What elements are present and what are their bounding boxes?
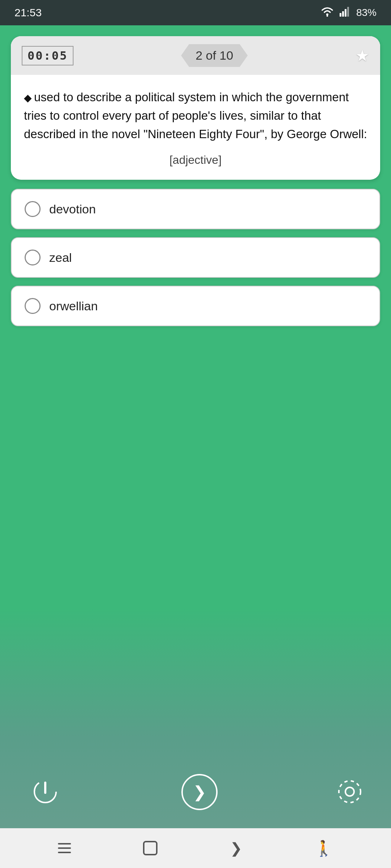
radio-orwellian	[25, 298, 41, 314]
settings-button[interactable]	[337, 779, 362, 805]
option-label-orwellian: orwellian	[49, 299, 98, 313]
recents-icon	[58, 843, 71, 853]
svg-point-8	[339, 781, 361, 803]
battery-display: 83%	[356, 7, 377, 18]
nav-back[interactable]: ❮	[230, 840, 242, 856]
back-icon: ❮	[230, 840, 242, 856]
next-button[interactable]: ❯	[181, 774, 218, 810]
nav-home[interactable]	[143, 841, 157, 855]
star-button[interactable]: ★	[355, 46, 369, 65]
word-type-label: [adjective]	[24, 153, 367, 167]
bottom-controls: ❯	[0, 763, 391, 828]
power-button[interactable]	[29, 775, 62, 809]
status-icons: 83%	[321, 7, 377, 19]
options-container: devotion zeal orwellian	[11, 189, 380, 326]
svg-rect-4	[347, 7, 349, 17]
svg-rect-2	[342, 11, 344, 17]
progress-badge: 2 of 10	[181, 44, 248, 67]
signal-icon	[340, 7, 350, 19]
wifi-icon	[321, 7, 334, 19]
card-body: ◆used to describe a political system in …	[11, 75, 380, 180]
option-label-zeal: zeal	[49, 251, 72, 265]
nav-recents[interactable]	[58, 843, 71, 853]
svg-point-7	[345, 787, 354, 796]
option-zeal[interactable]: zeal	[11, 237, 380, 278]
option-orwellian[interactable]: orwellian	[11, 286, 380, 326]
next-arrow-icon: ❯	[193, 784, 206, 800]
main-content: 00:05 2 of 10 ★ ◆used to describe a poli…	[0, 25, 391, 763]
time-display: 21:53	[14, 7, 42, 19]
question-definition: ◆used to describe a political system in …	[24, 88, 367, 143]
card-header: 00:05 2 of 10 ★	[11, 36, 380, 75]
question-card: 00:05 2 of 10 ★ ◆used to describe a poli…	[11, 36, 380, 180]
status-bar: 21:53 83%	[0, 0, 391, 25]
timer-display: 00:05	[22, 46, 73, 65]
android-nav-bar: ❮ 🚶	[0, 828, 391, 868]
option-devotion[interactable]: devotion	[11, 189, 380, 229]
radio-devotion	[25, 201, 41, 217]
radio-zeal	[25, 250, 41, 265]
svg-rect-1	[340, 13, 341, 17]
diamond-icon: ◆	[24, 92, 32, 103]
svg-rect-3	[345, 9, 346, 17]
svg-point-0	[326, 13, 328, 16]
option-label-devotion: devotion	[49, 202, 96, 216]
home-icon	[143, 841, 157, 855]
accessibility-icon: 🚶	[314, 839, 333, 857]
nav-accessibility[interactable]: 🚶	[314, 839, 333, 857]
